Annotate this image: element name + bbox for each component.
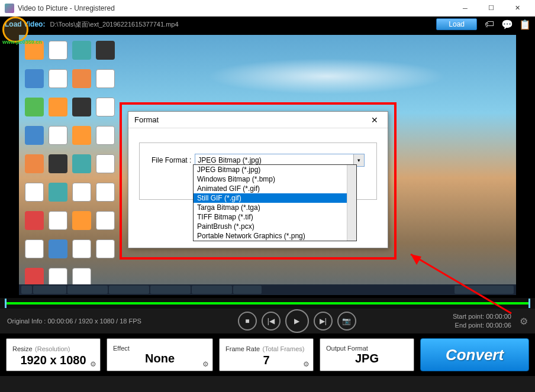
resize-label: Resize xyxy=(12,345,33,352)
format-option[interactable]: Windows Bitmap (*.bmp) xyxy=(194,174,356,184)
annotation-arrow xyxy=(399,248,517,322)
format-option[interactable]: JPEG Bitmap (*.jpg) xyxy=(194,165,356,174)
resize-sublabel: (Resolution) xyxy=(35,345,70,352)
timeline-end-handle[interactable] xyxy=(528,299,530,308)
svg-line-0 xyxy=(411,254,511,313)
time-settings-icon[interactable]: ⚙ xyxy=(520,316,528,327)
output-format-label: Output Format xyxy=(326,345,408,352)
framerate-label: Frame Rate xyxy=(225,345,260,352)
effect-label: Effect xyxy=(113,345,207,352)
file-format-selected: JPEG Bitmap (*.jpg) xyxy=(198,156,261,164)
maximize-button[interactable]: ☐ xyxy=(478,0,504,17)
resize-value: 1920 x 1080 xyxy=(12,354,94,367)
window-titlebar: Video to Picture - Unregistered ─ ☐ ✕ xyxy=(0,0,535,17)
output-format-value: JPG xyxy=(326,352,408,365)
framerate-value: 7 xyxy=(225,354,307,367)
format-option[interactable]: Portable Network Graphics (*.png) xyxy=(194,231,356,241)
stop-button[interactable]: ■ xyxy=(238,312,257,331)
end-point-value: 00:00:06 xyxy=(486,322,511,329)
dialog-title: Format xyxy=(134,115,368,124)
timeline-start-handle[interactable] xyxy=(5,299,7,308)
framerate-panel[interactable]: Frame Rate (Total Frames) 7 ⚙ xyxy=(219,338,314,371)
format-option[interactable]: Still GIF (*.gif) xyxy=(194,193,356,203)
dropdown-scrollbar[interactable] xyxy=(347,165,356,241)
file-format-dropdown[interactable]: JPEG Bitmap (*.jpg)Windows Bitmap (*.bmp… xyxy=(193,164,357,241)
play-button[interactable]: ▶ xyxy=(285,309,309,333)
dialog-close-button[interactable]: ✕ xyxy=(368,113,382,127)
convert-button[interactable]: Convert xyxy=(420,338,529,371)
watermark-url: www.pc0359.cn xyxy=(2,39,42,45)
window-title: Video to Picture - Unregistered xyxy=(18,4,452,12)
load-button[interactable]: Load xyxy=(436,18,477,30)
output-format-panel[interactable]: Output Format JPG xyxy=(320,338,414,371)
framerate-gear-icon[interactable]: ⚙ xyxy=(303,360,310,368)
framerate-sublabel: (Total Frames) xyxy=(263,345,305,352)
resize-panel[interactable]: Resize (Resolution) 1920 x 1080 ⚙ xyxy=(6,338,101,371)
original-info: Original Info : 00:00:06 / 1920 x 1080 /… xyxy=(7,318,141,325)
prev-frame-button[interactable]: |◀ xyxy=(262,312,281,331)
minimize-button[interactable]: ─ xyxy=(452,0,478,17)
app-icon xyxy=(5,4,14,13)
output-settings: Resize (Resolution) 1920 x 1080 ⚙ Effect… xyxy=(0,333,535,376)
close-button[interactable]: ✕ xyxy=(504,0,530,17)
effect-panel[interactable]: Effect None ⚙ xyxy=(107,338,213,371)
tag-icon[interactable]: 🏷 xyxy=(484,19,495,30)
desktop-icons xyxy=(25,41,125,289)
file-format-label: File Format : xyxy=(152,156,191,164)
load-toolbar: Load Video: D:\Tools\桌面\ext_201962216153… xyxy=(0,17,535,32)
effect-value: None xyxy=(113,352,207,365)
format-option[interactable]: Animated GIF (*.gif) xyxy=(194,184,356,193)
video-path: D:\Tools\桌面\ext_20196221615377741.mp4 xyxy=(50,20,431,29)
comment-icon[interactable]: 💬 xyxy=(502,19,513,30)
snapshot-button[interactable]: 📷 xyxy=(337,312,356,331)
watermark: www.pc0359.cn xyxy=(2,17,36,50)
end-point-label: End point: xyxy=(455,322,485,329)
format-option[interactable]: Targa Bitmap (*.tga) xyxy=(194,203,356,212)
list-icon[interactable]: 📋 xyxy=(520,19,530,30)
format-option[interactable]: PaintBrush (*.pcx) xyxy=(194,222,356,231)
next-frame-button[interactable]: ▶| xyxy=(314,312,333,331)
format-option[interactable]: TIFF Bitmap (*.tif) xyxy=(194,212,356,222)
effect-gear-icon[interactable]: ⚙ xyxy=(202,360,209,368)
resize-gear-icon[interactable]: ⚙ xyxy=(90,360,96,368)
